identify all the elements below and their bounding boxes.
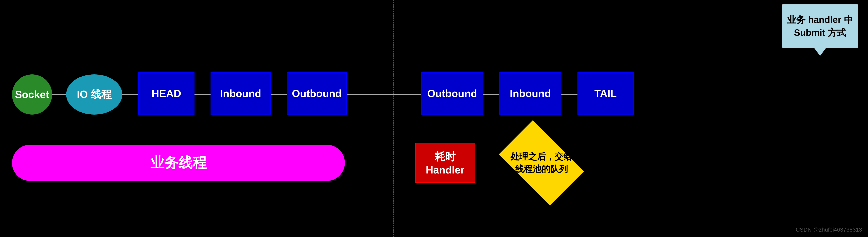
outbound-box-1: Outbound: [287, 72, 347, 114]
inbound-box-1: Inbound: [211, 72, 271, 114]
time-handler-box: 耗时 Handler: [415, 143, 475, 183]
io-thread-node: IO 线程: [66, 74, 122, 114]
tail-box: TAIL: [578, 72, 633, 114]
arrow-inbound2-tail: [561, 94, 578, 95]
arrow-outbound1-mid: [347, 94, 421, 95]
inbound-box-2: Inbound: [499, 72, 561, 114]
outbound-box-2: Outbound: [421, 72, 483, 114]
socket-node: Socket: [12, 74, 52, 114]
callout-text: 业务 handler 中Submit 方式: [787, 13, 853, 39]
diamond-label: 处理之后，交给线程池的队列: [510, 150, 572, 175]
callout-box: 业务 handler 中Submit 方式: [782, 4, 858, 48]
arrow-inbound1-outbound1: [271, 94, 287, 95]
callout-note: 业务 handler 中Submit 方式: [782, 4, 858, 56]
horizontal-divider: [0, 119, 868, 119]
head-box: HEAD: [138, 72, 194, 114]
thread-pool-queue-node: 处理之后，交给线程池的队列: [501, 137, 582, 189]
arrow-head-inbound1: [194, 94, 211, 95]
main-diagram: Socket IO 线程 HEAD Inbound Outbound Outbo…: [0, 0, 868, 237]
vertical-divider: [393, 0, 394, 237]
watermark: CSDN @zhufei463738313: [796, 227, 862, 233]
business-thread-node: 业务线程: [12, 145, 345, 181]
arrow-socket-io: [52, 94, 66, 95]
arrow-io-head: [122, 94, 138, 95]
arrow-outbound2-inbound2: [483, 94, 499, 95]
